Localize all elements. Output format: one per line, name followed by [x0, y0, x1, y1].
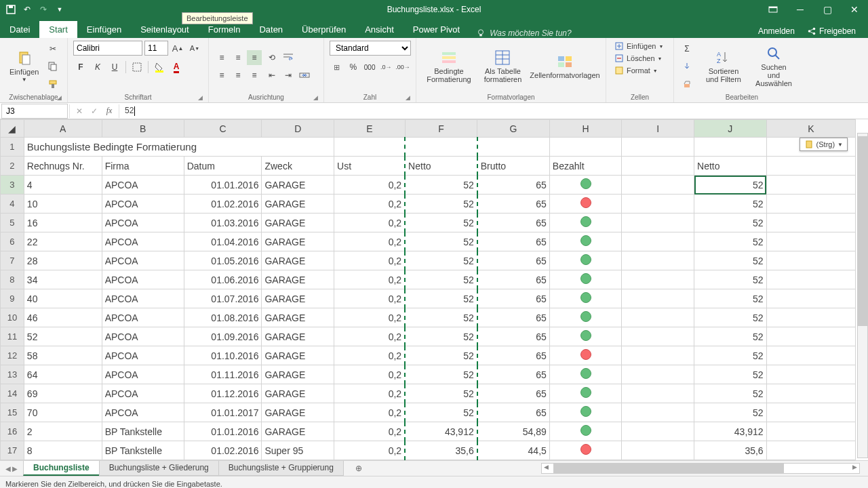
cell[interactable]	[622, 270, 694, 289]
cell[interactable]: 52	[405, 403, 477, 422]
cell[interactable]: 35,6	[405, 441, 477, 460]
row-header[interactable]: 8	[1, 270, 24, 289]
name-box[interactable]	[1, 104, 68, 119]
cell[interactable]: 01.02.2016	[184, 195, 262, 214]
cell[interactable]	[766, 251, 855, 270]
cell[interactable]: 4	[24, 176, 102, 195]
row-header[interactable]: 7	[1, 251, 24, 270]
cell[interactable]	[549, 232, 622, 251]
sheet-tab[interactable]: Buchungsliste + Gliederung	[99, 461, 219, 476]
spreadsheet-grid[interactable]: ◢ABCDEFGHIJK 1Buchungsliste Bedingte For…	[0, 119, 868, 460]
decrease-indent-icon[interactable]: ⇤	[264, 68, 279, 83]
col-header-E[interactable]: E	[334, 120, 406, 138]
cell[interactable]: 01.06.2016	[184, 270, 262, 289]
cell[interactable]	[549, 308, 622, 327]
tab-ansicht[interactable]: Ansicht	[355, 21, 403, 38]
share-button[interactable]: Freigeben	[802, 24, 861, 38]
cell[interactable]	[622, 289, 694, 308]
row-header[interactable]: 5	[1, 214, 24, 232]
cell[interactable]: Zweck	[262, 157, 334, 176]
cell[interactable]	[622, 441, 694, 460]
cell[interactable]: Rechnugs Nr.	[24, 157, 102, 176]
cell[interactable]	[766, 384, 855, 403]
cell[interactable]: 22	[24, 232, 102, 251]
cell[interactable]: Netto	[405, 157, 477, 176]
cell[interactable]: APCOA	[102, 251, 184, 270]
cell[interactable]: 01.01.2016	[184, 422, 262, 441]
cell[interactable]: 52	[405, 308, 477, 327]
row-header[interactable]: 1	[1, 138, 24, 157]
align-center-icon[interactable]: ≡	[231, 68, 245, 83]
cell[interactable]: 0,2	[334, 422, 406, 441]
col-header-B[interactable]: B	[102, 120, 184, 138]
col-header-F[interactable]: F	[405, 120, 477, 138]
cell[interactable]: 01.08.2016	[184, 308, 262, 327]
cell[interactable]: APCOA	[102, 289, 184, 308]
autosum-icon[interactable]: Σ	[679, 41, 694, 56]
dialog-launcher-icon[interactable]: ◢	[57, 94, 62, 101]
fx-icon[interactable]: fx	[102, 104, 116, 118]
cell[interactable]: GARAGE	[262, 176, 334, 195]
row-header[interactable]: 12	[1, 346, 24, 365]
cell[interactable]: GARAGE	[262, 195, 334, 214]
cell[interactable]: GARAGE	[262, 346, 334, 365]
cell[interactable]: APCOA	[102, 195, 184, 214]
cell[interactable]: 01.05.2016	[184, 251, 262, 270]
cell[interactable]: 01.01.2017	[184, 403, 262, 422]
fill-color-icon[interactable]	[152, 60, 167, 75]
cell[interactable]: 52	[694, 289, 767, 308]
cell[interactable]: APCOA	[102, 403, 184, 422]
minimize-icon[interactable]: ─	[787, 0, 814, 19]
cell[interactable]: 0,2	[334, 441, 406, 460]
formula-input[interactable]: 52	[119, 106, 868, 116]
cell[interactable]: 01.09.2016	[184, 327, 262, 346]
dialog-launcher-icon[interactable]: ◢	[198, 94, 203, 101]
wrap-text-icon[interactable]	[281, 50, 296, 65]
tab-einfügen[interactable]: Einfügen	[77, 21, 131, 38]
cell[interactable]	[622, 327, 694, 346]
sheet-tab[interactable]: Buchungsliste + Gruppierung	[218, 461, 344, 476]
find-select-button[interactable]: Suchen und Auswählen	[750, 44, 797, 89]
number-format-select[interactable]: Standard	[330, 41, 411, 56]
cell[interactable]: 65	[477, 176, 550, 195]
cell[interactable]: 01.03.2016	[184, 214, 262, 232]
sheet-nav-next-icon[interactable]: ▶	[12, 465, 18, 472]
cell[interactable]: GARAGE	[262, 270, 334, 289]
cell[interactable]: 65	[477, 214, 550, 232]
format-as-table-button[interactable]: Als Tabelle formatieren	[479, 48, 527, 85]
cell[interactable]: Datum	[184, 157, 262, 176]
cell[interactable]: BP Tankstelle	[102, 422, 184, 441]
row-header[interactable]: 13	[1, 365, 24, 384]
horizontal-scrollbar[interactable]: ◀ ▶	[541, 463, 860, 474]
cell[interactable]	[549, 365, 622, 384]
cell[interactable]: 52	[405, 176, 477, 195]
tab-power pivot[interactable]: Power Pivot	[403, 21, 469, 38]
cell[interactable]: 52	[694, 308, 767, 327]
cell[interactable]: 0,2	[334, 270, 406, 289]
cell[interactable]: 2	[24, 422, 102, 441]
cell[interactable]	[766, 157, 855, 176]
cell[interactable]: 0,2	[334, 384, 406, 403]
sign-in-link[interactable]: Anmelden	[758, 26, 795, 36]
cell[interactable]: 65	[477, 346, 550, 365]
row-header[interactable]: 14	[1, 384, 24, 403]
cell[interactable]	[622, 214, 694, 232]
cell[interactable]: 01.04.2016	[184, 232, 262, 251]
cell[interactable]: APCOA	[102, 365, 184, 384]
cell[interactable]: APCOA	[102, 327, 184, 346]
cell[interactable]: Bezahlt	[549, 157, 622, 176]
percent-format-icon[interactable]: %	[346, 60, 360, 75]
cell[interactable]: 35,6	[694, 441, 767, 460]
cell[interactable]: 43,912	[694, 422, 767, 441]
dialog-launcher-icon[interactable]: ◢	[313, 94, 318, 101]
cell[interactable]: GARAGE	[262, 214, 334, 232]
cell[interactable]: 0,2	[334, 308, 406, 327]
cell[interactable]: APCOA	[102, 270, 184, 289]
new-sheet-button[interactable]: ⊕	[350, 462, 368, 475]
font-color-icon[interactable]: A	[169, 60, 184, 75]
col-header-G[interactable]: G	[477, 120, 550, 138]
cell[interactable]: Brutto	[477, 157, 550, 176]
cell[interactable]: 65	[477, 403, 550, 422]
cell[interactable]	[334, 138, 406, 157]
insert-cells-button[interactable]: Einfügen ▼	[612, 41, 668, 52]
